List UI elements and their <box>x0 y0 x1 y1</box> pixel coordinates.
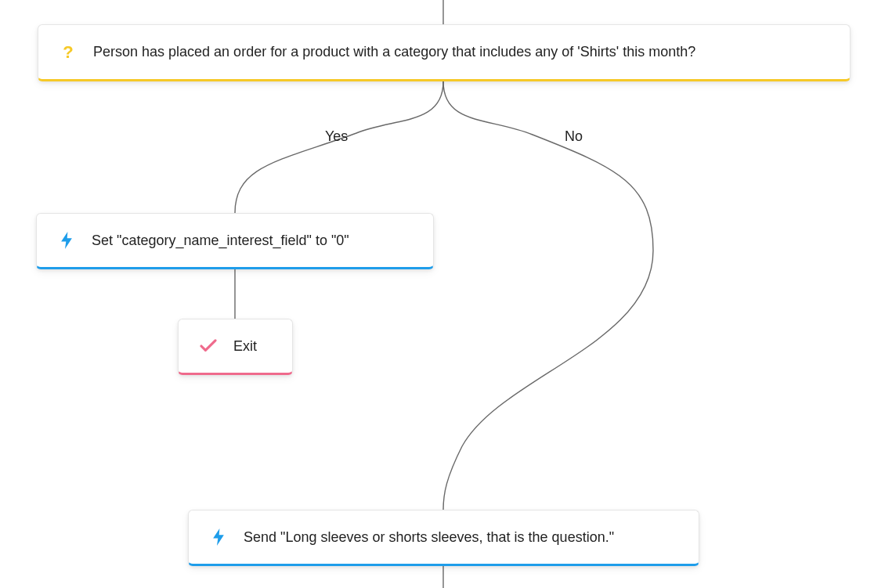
condition-label: Person has placed an order for a product… <box>93 44 831 60</box>
action-send-node[interactable]: Send "Long sleeves or shorts sleeves, th… <box>188 510 699 566</box>
question-icon: ? <box>57 42 79 63</box>
exit-label: Exit <box>233 338 273 355</box>
branch-label-no: No <box>565 128 583 145</box>
condition-node[interactable]: ? Person has placed an order for a produ… <box>38 24 851 81</box>
action-send-label: Send "Long sleeves or shorts sleeves, th… <box>244 529 680 546</box>
bolt-icon <box>56 232 78 249</box>
bolt-icon <box>208 528 229 546</box>
flow-connectors <box>0 0 874 588</box>
exit-node[interactable]: Exit <box>178 319 293 375</box>
action-set-field-label: Set "category_name_interest_field" to "0… <box>92 233 414 249</box>
branch-label-yes: Yes <box>325 128 348 145</box>
check-icon <box>197 339 219 353</box>
action-set-field-node[interactable]: Set "category_name_interest_field" to "0… <box>36 213 434 269</box>
